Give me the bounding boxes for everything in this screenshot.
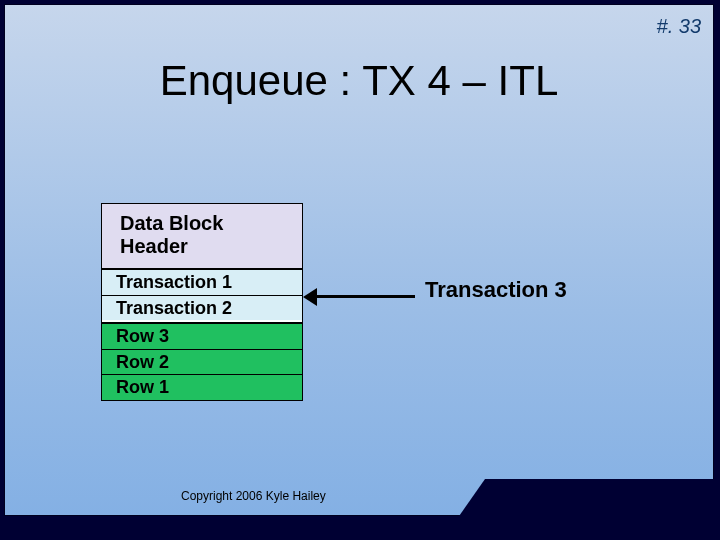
slide-title: Enqueue : TX 4 – ITL — [5, 57, 713, 105]
header-text-line1: Data Block — [120, 212, 223, 234]
data-row-2: Row 2 — [102, 349, 302, 375]
data-block-diagram: Data Block Header Transaction 1 Transact… — [101, 203, 303, 401]
copyright-text: Copyright 2006 Kyle Hailey — [181, 489, 326, 503]
arrow-shaft — [311, 295, 415, 298]
header-text-line2: Header — [120, 235, 188, 257]
data-block-header: Data Block Header — [102, 204, 302, 269]
arrow-head-icon — [303, 288, 317, 306]
slide-body: #. 33 Enqueue : TX 4 – ITL Data Block He… — [4, 4, 714, 516]
itl-slot-1: Transaction 1 — [102, 269, 302, 295]
pending-transaction-label: Transaction 3 — [425, 277, 567, 303]
page-number: #. 33 — [657, 15, 701, 38]
itl-slot-2: Transaction 2 — [102, 295, 302, 321]
data-row-1: Row 1 — [102, 374, 302, 400]
slide-frame: #. 33 Enqueue : TX 4 – ITL Data Block He… — [0, 0, 720, 540]
corner-wedge-decoration — [457, 479, 720, 519]
data-row-3: Row 3 — [102, 322, 302, 349]
